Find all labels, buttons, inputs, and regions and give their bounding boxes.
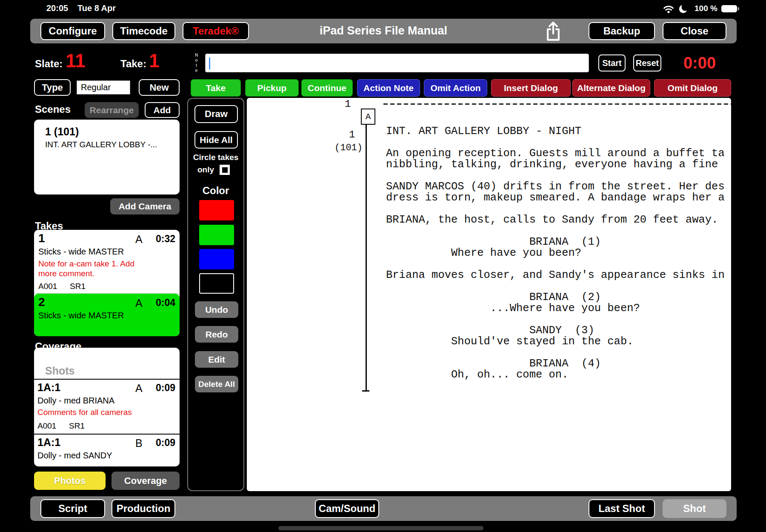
- takes-list: 1 A 0:32 Sticks - wide MASTER Note for a…: [34, 230, 180, 336]
- circle-takes-checkbox[interactable]: [220, 165, 230, 175]
- battery-percent: 100 %: [695, 4, 717, 13]
- shot-camera: A: [135, 382, 143, 395]
- add-camera-button[interactable]: Add Camera: [110, 198, 180, 215]
- take-card-selected[interactable]: 2 A 0:04 Sticks - wide MASTER: [34, 294, 180, 336]
- coverage-panel: Shots 1A:1 A 0:09 Dolly - med BRIANA Com…: [34, 348, 180, 466]
- scenes-label: Scenes: [35, 103, 71, 115]
- timecode-button[interactable]: Timecode: [112, 22, 175, 40]
- home-indicator[interactable]: [278, 526, 483, 530]
- omit-action-button[interactable]: Omit Action: [424, 79, 487, 97]
- hide-all-button[interactable]: Hide All: [194, 131, 238, 149]
- script-panel[interactable]: 1 A 1 (101) INT. ART GALLERY LOBBY - NIG…: [247, 98, 731, 491]
- note-input-value: [206, 58, 212, 68]
- shot-row[interactable]: 1A:1 A 0:09 Dolly - med BRIANA Comments …: [34, 379, 180, 435]
- action-note-button[interactable]: Action Note: [357, 79, 420, 97]
- pickup-button[interactable]: Pickup: [245, 79, 299, 97]
- note-label: Note: [194, 53, 199, 74]
- top-toolbar: Configure Timecode Teradek® iPad Series …: [30, 19, 737, 43]
- alternate-dialog-button[interactable]: Alternate Dialog: [572, 79, 650, 97]
- scene-number: 1: [349, 129, 355, 140]
- take-card[interactable]: 1 A 0:32 Sticks - wide MASTER Note for a…: [34, 230, 180, 294]
- shot-camera: B: [135, 437, 143, 449]
- status-time: 20:05: [46, 3, 68, 13]
- close-button[interactable]: Close: [663, 22, 726, 40]
- shot-row[interactable]: 1A:1 B 0:09 Dolly - med SANDY: [34, 435, 180, 466]
- add-scene-button[interactable]: Add: [145, 102, 180, 118]
- edit-button[interactable]: Edit: [195, 351, 238, 368]
- shot-note: Comments for all cameras: [37, 408, 132, 417]
- shots-header: Shots: [45, 365, 74, 377]
- draw-toolbar: Draw Hide All Circle takes only Color Un…: [187, 98, 244, 491]
- color-swatch-black[interactable]: [199, 273, 234, 294]
- start-button[interactable]: Start: [598, 54, 626, 72]
- continue-button[interactable]: Continue: [301, 79, 353, 97]
- note-input[interactable]: [205, 54, 589, 72]
- scene-id: (101): [334, 143, 363, 153]
- omit-dialog-button[interactable]: Omit Dialog: [654, 79, 731, 97]
- shot-duration: 0:09: [156, 437, 175, 449]
- slate-value: 11: [66, 50, 86, 72]
- coverage-button[interactable]: Coverage: [111, 472, 180, 490]
- take-number: 1: [38, 232, 45, 245]
- take-camera: A: [135, 297, 143, 309]
- take-note: Note for a-cam take 1. Add more comment.: [38, 259, 149, 278]
- teradek-button[interactable]: Teradek®: [183, 22, 249, 40]
- circle-takes-label: Circle takes: [188, 153, 243, 162]
- take-value: 1: [149, 50, 159, 72]
- type-value-field[interactable]: Regular: [77, 80, 130, 94]
- color-label: Color: [188, 185, 243, 197]
- rearrange-button[interactable]: Rearrange: [85, 102, 139, 118]
- backup-button[interactable]: Backup: [589, 22, 655, 40]
- delete-all-button[interactable]: Delete All: [195, 376, 238, 392]
- scene-divider-line: [383, 103, 731, 105]
- shot-id: 1A:1: [37, 381, 60, 394]
- take-camera-roll: A001: [38, 282, 57, 291]
- circle-takes-label-2: only: [197, 165, 214, 174]
- share-icon[interactable]: [544, 21, 562, 41]
- battery-icon: [721, 5, 740, 13]
- scenes-list: 1 (101) INT. ART GALLERY LOBBY -...: [34, 120, 180, 194]
- undo-button[interactable]: Undo: [195, 301, 238, 318]
- moon-icon: [678, 4, 689, 14]
- take-sound-roll: SR1: [70, 282, 86, 291]
- color-swatch-red[interactable]: [199, 200, 234, 220]
- take-label: Take:: [120, 58, 146, 70]
- app-title: iPad Series File Manual: [320, 24, 447, 37]
- camera-line: [366, 125, 367, 391]
- take-description: Sticks - wide MASTER: [38, 247, 124, 257]
- status-date: Tue 8 Apr: [77, 3, 116, 13]
- scene-number-header: 1: [345, 98, 351, 110]
- type-button[interactable]: Type: [34, 79, 71, 96]
- configure-button[interactable]: Configure: [40, 22, 105, 40]
- shot-button[interactable]: Shot: [663, 499, 726, 518]
- last-shot-button[interactable]: Last Shot: [589, 499, 655, 518]
- cam-sound-button[interactable]: Cam/Sound: [315, 499, 379, 518]
- shot-camera-roll: A001: [37, 421, 56, 431]
- shot-id: 1A:1: [37, 436, 60, 449]
- camera-marker[interactable]: A: [361, 109, 375, 125]
- take-action-button[interactable]: Take: [191, 79, 241, 97]
- scene-item-heading: INT. ART GALLERY LOBBY -...: [45, 140, 157, 149]
- photos-button[interactable]: Photos: [34, 472, 106, 490]
- color-swatch-blue[interactable]: [199, 249, 234, 269]
- wifi-icon: [662, 4, 675, 14]
- shot-sound-roll: SR1: [69, 421, 85, 431]
- take-camera: A: [135, 233, 143, 246]
- draw-button[interactable]: Draw: [194, 105, 238, 123]
- insert-dialog-button[interactable]: Insert Dialog: [491, 79, 571, 97]
- take-number: 2: [38, 295, 45, 309]
- reset-button[interactable]: Reset: [633, 54, 661, 72]
- timer-display: 0:00: [668, 53, 731, 73]
- slate-label: Slate:: [35, 58, 63, 70]
- color-swatch-green[interactable]: [199, 225, 234, 245]
- script-text: INT. ART GALLERY LOBBY - NIGHT An openin…: [386, 126, 725, 380]
- redo-button[interactable]: Redo: [195, 326, 238, 343]
- script-button[interactable]: Script: [40, 499, 105, 518]
- take-duration: 0:32: [156, 233, 175, 245]
- take-duration: 0:04: [156, 297, 175, 309]
- shot-description: Dolly - med SANDY: [37, 451, 112, 460]
- new-button[interactable]: New: [139, 79, 180, 96]
- text-caret: [209, 57, 210, 69]
- shot-description: Dolly - med BRIANA: [37, 396, 114, 406]
- production-button[interactable]: Production: [111, 499, 175, 518]
